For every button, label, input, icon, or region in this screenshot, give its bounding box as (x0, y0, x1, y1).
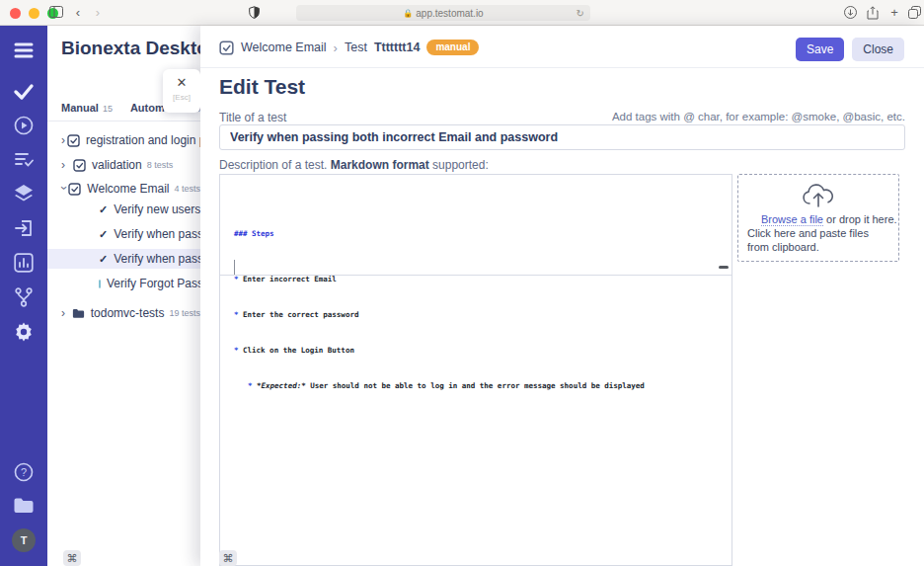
breadcrumb-test-prefix: Test (345, 40, 367, 54)
import-icon[interactable] (0, 215, 47, 241)
share-icon[interactable] (864, 4, 882, 22)
minimize-window-button[interactable] (29, 8, 39, 19)
manual-badge: manual (426, 40, 479, 55)
dropzone-paste-text: Click here and paste files from clipboar… (747, 226, 889, 254)
privacy-shield-icon[interactable] (245, 4, 263, 22)
layers-icon[interactable] (0, 181, 47, 206)
file-dropzone[interactable]: Browse a file or drop it here. Click her… (737, 174, 899, 262)
close-window-button[interactable] (10, 8, 21, 19)
chevron-right-icon[interactable]: › (61, 133, 65, 147)
close-icon[interactable]: ✕ (163, 75, 200, 90)
tags-hint: Add tags with @ char, for example: @smok… (612, 111, 905, 124)
folder-icon (72, 308, 85, 319)
suite-row-registration[interactable]: › registration and login pa (47, 130, 200, 150)
dropzone-line1: Browse a file or drop it here. (747, 212, 889, 226)
test-row-verify-new-users[interactable]: ✓ Verify new users sho (47, 200, 200, 219)
text-cursor (234, 260, 235, 275)
check-icon: ✓ (99, 203, 108, 216)
markdown-expected-line: * *Expected:* User should not be able to… (234, 380, 722, 392)
url-bar[interactable]: 🔒 app.testomat.io ↻ (296, 5, 590, 21)
app-rail: ? T (0, 26, 47, 566)
reports-chart-icon[interactable] (0, 250, 47, 276)
tab-manual[interactable]: Manual15 (61, 102, 113, 114)
description-editor[interactable]: ### Steps * Enter incorrect Email * Ente… (219, 174, 732, 566)
test-row-verify-passing-1[interactable]: ✓ Verify when passing (47, 224, 200, 244)
svg-text:?: ? (21, 466, 27, 478)
chevron-right-icon[interactable]: › (61, 158, 71, 172)
app-window: ‹ › 🔒 app.testomat.io ↻ + (0, 0, 924, 566)
breadcrumb-separator: › (334, 40, 338, 55)
reload-icon[interactable]: ↻ (577, 8, 584, 19)
runs-play-icon[interactable] (0, 113, 47, 138)
save-button[interactable]: Save (796, 38, 844, 61)
chevron-right-icon[interactable]: › (61, 306, 70, 320)
breadcrumb-suite[interactable]: Welcome Email (241, 40, 327, 54)
title-field-label: Title of a test (219, 111, 286, 124)
upload-cloud-icon (801, 183, 836, 208)
page-title: Edit Test (219, 75, 305, 99)
editor-divider (220, 275, 732, 276)
branches-icon[interactable] (0, 284, 47, 310)
unchecked-box-icon (99, 280, 101, 288)
project-sidebar: Bionexta Desktop Manual15 Automated19 De… (47, 26, 200, 566)
chevron-down-icon[interactable]: › (57, 186, 71, 191)
tabs-divider (47, 121, 200, 121)
back-icon[interactable]: ‹ (69, 4, 87, 22)
project-title: Bionexta Desktop (61, 38, 200, 59)
projects-folder-icon[interactable] (0, 493, 47, 519)
check-icon: ✓ (99, 228, 108, 241)
browse-file-link[interactable]: Browse a file (761, 213, 823, 226)
tests-check-icon[interactable] (0, 79, 47, 105)
url-text: app.testomat.io (416, 8, 483, 19)
help-icon[interactable]: ? (0, 459, 47, 485)
user-avatar[interactable]: T (0, 527, 47, 553)
header-divider (200, 67, 924, 68)
markdown-heading: ### Steps (234, 228, 722, 240)
test-title-input[interactable] (219, 124, 905, 150)
sidebar-command-shortcut-badge[interactable]: ⌘ (63, 550, 81, 566)
markdown-bullet: * Click on the Login Button (234, 345, 722, 357)
suite-icon (67, 134, 80, 147)
esc-hint: [Esc] (163, 93, 200, 102)
suite-icon (73, 159, 86, 172)
plans-list-check-icon[interactable] (0, 146, 47, 172)
breadcrumb: Welcome Email › Test Ttttttt14 manual (219, 40, 479, 55)
esc-close-popup[interactable]: ✕ [Esc] (163, 69, 200, 113)
close-button[interactable]: Close (852, 38, 904, 61)
suite-row-todomvc[interactable]: › todomvc-tests 19 tests (47, 303, 200, 323)
markdown-bullet: * Enter the correct password (234, 309, 722, 321)
test-row-verify-passing-2-selected[interactable]: ✓ Verify when passing (47, 249, 200, 269)
browser-chrome: ‹ › 🔒 app.testomat.io ↻ + (0, 0, 924, 26)
editor-command-shortcut-badge[interactable]: ⌘ (219, 550, 237, 566)
menu-icon[interactable] (0, 38, 47, 63)
forward-icon[interactable]: › (89, 4, 107, 22)
breadcrumb-test-name: Ttttttt14 (374, 40, 421, 54)
settings-gear-icon[interactable] (0, 319, 47, 345)
sidebar-toggle-icon[interactable] (47, 4, 65, 22)
test-row-verify-forgot-password[interactable]: Verify Forgot Passwor (47, 274, 200, 293)
suite-row-validation[interactable]: › validation 8 tests (47, 155, 200, 175)
description-label: Description of a test. Markdown format s… (219, 158, 489, 172)
new-tab-icon[interactable]: + (886, 4, 903, 22)
lock-icon: 🔒 (403, 9, 413, 18)
check-icon: ✓ (99, 253, 108, 266)
suite-icon (219, 40, 234, 55)
scrollbar-thumb[interactable] (719, 266, 729, 269)
downloads-icon[interactable] (841, 4, 859, 22)
edit-test-panel: Welcome Email › Test Ttttttt14 manual Sa… (200, 26, 924, 566)
suite-row-welcome-email[interactable]: › Welcome Email 4 tests (47, 179, 200, 199)
tab-overview-icon[interactable] (905, 4, 923, 22)
